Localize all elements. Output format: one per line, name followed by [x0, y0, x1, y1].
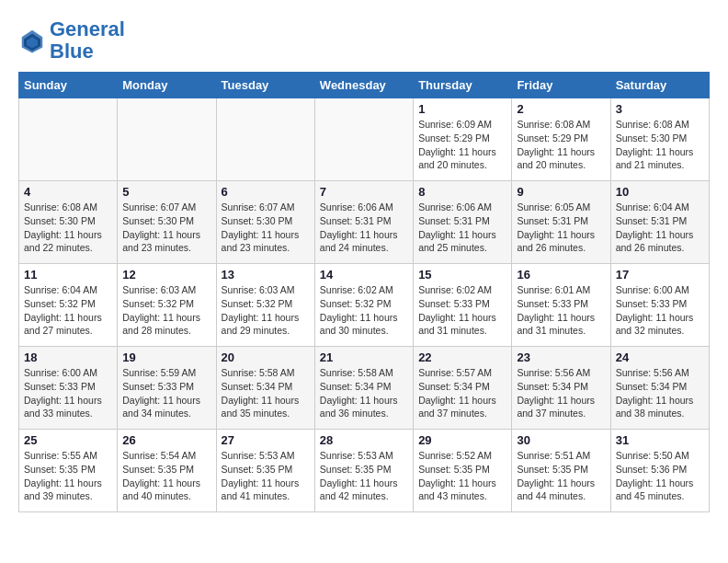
day-number: 22	[418, 350, 506, 364]
day-info: Sunrise: 5:58 AM Sunset: 5:34 PM Dayligh…	[222, 366, 310, 420]
day-number: 9	[517, 185, 605, 199]
weekday-header-monday: Monday	[118, 73, 216, 98]
weekday-header-row: SundayMondayTuesdayWednesdayThursdayFrid…	[19, 73, 710, 98]
day-number: 17	[616, 268, 704, 282]
calendar-cell: 23Sunrise: 5:56 AM Sunset: 5:34 PM Dayli…	[512, 347, 610, 430]
calendar-cell: 19Sunrise: 5:59 AM Sunset: 5:33 PM Dayli…	[118, 347, 216, 430]
day-number: 3	[616, 102, 704, 116]
calendar-cell: 5Sunrise: 6:07 AM Sunset: 5:30 PM Daylig…	[118, 181, 216, 264]
day-info: Sunrise: 5:53 AM Sunset: 5:35 PM Dayligh…	[222, 449, 310, 503]
week-row-3: 11Sunrise: 6:04 AM Sunset: 5:32 PM Dayli…	[19, 264, 710, 347]
calendar-cell: 27Sunrise: 5:53 AM Sunset: 5:35 PM Dayli…	[216, 430, 314, 512]
week-row-1: 1Sunrise: 6:09 AM Sunset: 5:29 PM Daylig…	[19, 98, 710, 181]
day-info: Sunrise: 6:07 AM Sunset: 5:30 PM Dayligh…	[122, 201, 210, 255]
day-number: 12	[122, 268, 210, 282]
day-info: Sunrise: 5:57 AM Sunset: 5:34 PM Dayligh…	[418, 366, 506, 420]
calendar-cell: 1Sunrise: 6:09 AM Sunset: 5:29 PM Daylig…	[414, 98, 512, 181]
day-info: Sunrise: 5:54 AM Sunset: 5:35 PM Dayligh…	[122, 449, 210, 503]
day-number: 26	[122, 433, 210, 447]
weekday-header-wednesday: Wednesday	[314, 73, 413, 98]
day-info: Sunrise: 6:06 AM Sunset: 5:31 PM Dayligh…	[320, 201, 408, 255]
calendar-cell: 28Sunrise: 5:53 AM Sunset: 5:35 PM Dayli…	[314, 430, 413, 512]
day-number: 19	[122, 350, 210, 364]
day-number: 1	[418, 102, 506, 116]
calendar-cell: 11Sunrise: 6:04 AM Sunset: 5:32 PM Dayli…	[19, 264, 118, 347]
calendar-cell: 20Sunrise: 5:58 AM Sunset: 5:34 PM Dayli…	[216, 347, 314, 430]
calendar-cell: 24Sunrise: 5:56 AM Sunset: 5:34 PM Dayli…	[610, 347, 709, 430]
day-number: 10	[616, 185, 704, 199]
day-info: Sunrise: 5:59 AM Sunset: 5:33 PM Dayligh…	[122, 366, 210, 420]
day-number: 15	[418, 268, 506, 282]
day-info: Sunrise: 5:58 AM Sunset: 5:34 PM Dayligh…	[320, 366, 408, 420]
calendar-cell: 26Sunrise: 5:54 AM Sunset: 5:35 PM Dayli…	[118, 430, 216, 512]
page-header: General Blue	[18, 18, 710, 63]
day-number: 25	[24, 433, 112, 447]
day-info: Sunrise: 5:55 AM Sunset: 5:35 PM Dayligh…	[24, 449, 112, 503]
calendar-cell: 6Sunrise: 6:07 AM Sunset: 5:30 PM Daylig…	[216, 181, 314, 264]
day-info: Sunrise: 6:07 AM Sunset: 5:30 PM Dayligh…	[222, 201, 310, 255]
week-row-5: 25Sunrise: 5:55 AM Sunset: 5:35 PM Dayli…	[19, 430, 710, 512]
weekday-header-thursday: Thursday	[414, 73, 512, 98]
weekday-header-saturday: Saturday	[610, 73, 709, 98]
day-number: 20	[222, 350, 310, 364]
calendar-body: 1Sunrise: 6:09 AM Sunset: 5:29 PM Daylig…	[19, 98, 710, 512]
weekday-header-sunday: Sunday	[19, 73, 118, 98]
calendar-cell: 10Sunrise: 6:04 AM Sunset: 5:31 PM Dayli…	[610, 181, 709, 264]
day-number: 18	[24, 350, 112, 364]
day-info: Sunrise: 5:50 AM Sunset: 5:36 PM Dayligh…	[616, 449, 704, 503]
day-number: 23	[517, 350, 605, 364]
day-number: 4	[24, 185, 112, 199]
calendar-cell: 7Sunrise: 6:06 AM Sunset: 5:31 PM Daylig…	[314, 181, 413, 264]
calendar-cell: 12Sunrise: 6:03 AM Sunset: 5:32 PM Dayli…	[118, 264, 216, 347]
calendar-cell: 2Sunrise: 6:08 AM Sunset: 5:29 PM Daylig…	[512, 98, 610, 181]
day-info: Sunrise: 6:06 AM Sunset: 5:31 PM Dayligh…	[418, 201, 506, 255]
calendar-cell: 17Sunrise: 6:00 AM Sunset: 5:33 PM Dayli…	[610, 264, 709, 347]
day-info: Sunrise: 6:00 AM Sunset: 5:33 PM Dayligh…	[616, 283, 704, 338]
day-number: 14	[320, 268, 408, 282]
logo: General Blue	[18, 18, 125, 63]
day-number: 29	[418, 433, 506, 447]
calendar-cell: 21Sunrise: 5:58 AM Sunset: 5:34 PM Dayli…	[314, 347, 413, 430]
day-info: Sunrise: 5:56 AM Sunset: 5:34 PM Dayligh…	[517, 366, 605, 420]
day-info: Sunrise: 6:08 AM Sunset: 5:30 PM Dayligh…	[616, 118, 704, 172]
day-info: Sunrise: 5:53 AM Sunset: 5:35 PM Dayligh…	[320, 449, 408, 503]
calendar-header: SundayMondayTuesdayWednesdayThursdayFrid…	[19, 73, 710, 98]
calendar-cell: 16Sunrise: 6:01 AM Sunset: 5:33 PM Dayli…	[512, 264, 610, 347]
calendar-cell: 29Sunrise: 5:52 AM Sunset: 5:35 PM Dayli…	[414, 430, 512, 512]
calendar-cell: 18Sunrise: 6:00 AM Sunset: 5:33 PM Dayli…	[19, 347, 118, 430]
calendar-cell: 13Sunrise: 6:03 AM Sunset: 5:32 PM Dayli…	[216, 264, 314, 347]
calendar-cell: 25Sunrise: 5:55 AM Sunset: 5:35 PM Dayli…	[19, 430, 118, 512]
day-info: Sunrise: 6:08 AM Sunset: 5:29 PM Dayligh…	[517, 118, 605, 172]
day-number: 30	[517, 433, 605, 447]
day-number: 21	[320, 350, 408, 364]
weekday-header-friday: Friday	[512, 73, 610, 98]
day-number: 6	[222, 185, 310, 199]
logo-text: General Blue	[50, 18, 125, 63]
calendar-cell: 3Sunrise: 6:08 AM Sunset: 5:30 PM Daylig…	[610, 98, 709, 181]
day-number: 8	[418, 185, 506, 199]
day-number: 27	[222, 433, 310, 447]
calendar-cell: 14Sunrise: 6:02 AM Sunset: 5:32 PM Dayli…	[314, 264, 413, 347]
calendar-cell: 30Sunrise: 5:51 AM Sunset: 5:35 PM Dayli…	[512, 430, 610, 512]
day-info: Sunrise: 5:56 AM Sunset: 5:34 PM Dayligh…	[616, 366, 704, 420]
day-info: Sunrise: 6:03 AM Sunset: 5:32 PM Dayligh…	[122, 283, 210, 338]
calendar-cell	[19, 98, 118, 181]
day-info: Sunrise: 5:52 AM Sunset: 5:35 PM Dayligh…	[418, 449, 506, 503]
week-row-4: 18Sunrise: 6:00 AM Sunset: 5:33 PM Dayli…	[19, 347, 710, 430]
day-number: 11	[24, 268, 112, 282]
calendar-cell: 31Sunrise: 5:50 AM Sunset: 5:36 PM Dayli…	[610, 430, 709, 512]
day-number: 24	[616, 350, 704, 364]
day-number: 7	[320, 185, 408, 199]
day-info: Sunrise: 6:04 AM Sunset: 5:31 PM Dayligh…	[616, 201, 704, 255]
logo-icon	[18, 27, 46, 54]
calendar-cell: 4Sunrise: 6:08 AM Sunset: 5:30 PM Daylig…	[19, 181, 118, 264]
day-info: Sunrise: 6:03 AM Sunset: 5:32 PM Dayligh…	[222, 283, 310, 338]
calendar-cell: 22Sunrise: 5:57 AM Sunset: 5:34 PM Dayli…	[414, 347, 512, 430]
day-info: Sunrise: 6:02 AM Sunset: 5:32 PM Dayligh…	[320, 283, 408, 338]
weekday-header-tuesday: Tuesday	[216, 73, 314, 98]
calendar-cell: 8Sunrise: 6:06 AM Sunset: 5:31 PM Daylig…	[414, 181, 512, 264]
day-info: Sunrise: 6:01 AM Sunset: 5:33 PM Dayligh…	[517, 283, 605, 338]
day-info: Sunrise: 5:51 AM Sunset: 5:35 PM Dayligh…	[517, 449, 605, 503]
calendar-cell	[216, 98, 314, 181]
calendar-cell	[118, 98, 216, 181]
